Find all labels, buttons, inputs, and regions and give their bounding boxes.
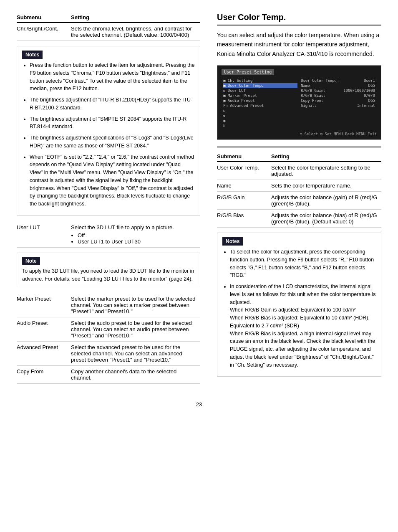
setting-cell: Select the audio preset to be used for t… xyxy=(71,317,200,342)
menu-icon: ▣ xyxy=(223,94,225,98)
table-row: R/G/B Bias Adjusts the color balance (bi… xyxy=(217,210,381,228)
screen-menu-item: ⊞ User LUT xyxy=(223,88,297,93)
menu-icon: ▣ xyxy=(223,99,225,103)
submenu-cell: Chr./Bright./Cont. xyxy=(17,23,71,41)
right-submenu-table: Submenu Setting User Color Temp. Select … xyxy=(217,152,381,228)
menu-icon: ▣ xyxy=(223,79,225,83)
notes-label-1: Notes xyxy=(22,51,43,59)
screen-settings-col: User Color Temp.: User1 Name: D65 R/G/B … xyxy=(299,78,377,129)
right-column: User Color Temp. You can select and adju… xyxy=(217,13,381,389)
screen-menu-item: ▣ Audio Preset xyxy=(223,98,297,103)
screen-row: ▣ Ch. Setting ▣ User Color Temp. ⊞ User … xyxy=(222,78,377,129)
submenu-cell: User Color Temp. xyxy=(217,162,271,180)
left-table-1: Submenu Setting Chr./Bright./Cont. Sets … xyxy=(17,13,200,41)
setting-cell: Select the 3D LUT file to apply to a pic… xyxy=(71,222,200,248)
list-item: The brightness adjustment of "ITU-R BT.2… xyxy=(30,96,195,112)
submenu-cell: Copy From xyxy=(17,366,71,384)
col-header-submenu: Submenu xyxy=(217,152,271,162)
menu-icon: Fn xyxy=(223,104,228,108)
divider xyxy=(217,147,381,147)
screen-menu-item: ℹ xyxy=(223,123,297,128)
list-item: The brightness adjustment of "SMPTE ST 2… xyxy=(30,115,195,131)
notes-label-right: Notes xyxy=(222,237,243,246)
submenu-cell: Audio Preset xyxy=(17,317,71,342)
page-number: 23 xyxy=(17,401,381,408)
col-header-setting: Setting xyxy=(271,152,381,162)
col-header-setting: Setting xyxy=(71,13,200,23)
list-item: When "EOTF" is set to "2.2," "2.4," or "… xyxy=(30,153,195,208)
screen-menu-item: ◉ xyxy=(223,118,297,123)
screen-setting-row: User Color Temp.: User1 xyxy=(301,78,375,83)
screen-menu-item: ⊟ xyxy=(223,108,297,113)
table-row: Copy From Copy another channel's data to… xyxy=(17,366,200,384)
submenu-cell: R/G/B Bias xyxy=(217,210,271,228)
setting-cell: Sets the chroma level, brightness, and c… xyxy=(71,23,200,41)
table-row: Name Sets the color temperature name. xyxy=(217,180,381,192)
setting-cell: Select the advanced preset to be used fo… xyxy=(71,342,200,366)
screen-table: ▣ Ch. Setting ▣ User Color Temp. ⊞ User … xyxy=(222,78,377,129)
screen-title: User Preset Setting xyxy=(222,69,274,75)
menu-icon: ▣ xyxy=(223,84,225,88)
list-item: The brightness-adjustment specifications… xyxy=(30,134,195,150)
menu-icon: ⊞ xyxy=(223,89,225,93)
note-section-1: Note To apply the 3D LUT file, you need … xyxy=(17,253,200,288)
left-table-2: User LUT Select the 3D LUT file to apply… xyxy=(17,222,200,248)
table-row: Marker Preset Select the marker preset t… xyxy=(17,293,200,317)
screen-setting-row: Name: D65 xyxy=(301,83,375,88)
submenu-cell: User LUT xyxy=(17,222,71,248)
screen-setting-row: Copy From: D65 xyxy=(301,98,375,103)
list-item: To select the color for adjustment, pres… xyxy=(230,248,376,279)
list-item: User LUT1 to User LUT30 xyxy=(78,238,197,245)
note-label-1: Note xyxy=(22,257,40,265)
submenu-cell: Advanced Preset xyxy=(17,342,71,366)
list-item: In consideration of the LCD characterist… xyxy=(230,283,376,369)
table-row: Advanced Preset Select the advanced pres… xyxy=(17,342,200,366)
list-item: Off xyxy=(78,232,197,238)
notes-list-right: To select the color for adjustment, pres… xyxy=(222,248,376,369)
setting-cell: Adjusts the color balance (bias) of R (r… xyxy=(271,210,381,228)
setting-cell: Adjusts the color balance (gain) of R (r… xyxy=(271,192,381,210)
table-row: Audio Preset Select the audio preset to … xyxy=(17,317,200,342)
screen-preview: User Preset Setting ▣ Ch. Setting ▣ User… xyxy=(217,65,381,140)
submenu-cell: Name xyxy=(217,180,271,192)
setting-cell: Select the marker preset to be used for … xyxy=(71,293,200,317)
screen-setting-row: R/G/B Gain: 1000/1000/1000 xyxy=(301,88,375,93)
screen-footer: ⊡ Select ⊡ Set MENU Back MENU Exit xyxy=(222,132,377,136)
notes-list-1: Press the function button to select the … xyxy=(22,61,195,208)
page-container: Submenu Setting Chr./Bright./Cont. Sets … xyxy=(17,13,381,389)
screen-setting-row: Signal: Internal xyxy=(301,103,375,108)
note-text-1: To apply the 3D LUT file, you need to lo… xyxy=(22,267,195,283)
screen-menu-item: Fn Advanced Preset xyxy=(223,103,297,108)
setting-cell: Sets the color temperature name. xyxy=(271,180,381,192)
notes-section-right: Notes To select the color for adjustment… xyxy=(217,233,381,377)
setting-cell: Copy another channel's data to the selec… xyxy=(71,366,200,384)
left-column: Submenu Setting Chr./Bright./Cont. Sets … xyxy=(17,13,200,389)
screen-menu-item: ▣ User Color Temp. xyxy=(223,83,297,88)
screen-menu-item: ✿ xyxy=(223,113,297,118)
screen-setting-row: R/G/B Bias: 0/0/0 xyxy=(301,93,375,98)
section-intro: You can select and adjust the color temp… xyxy=(217,30,381,58)
screen-menu-item: ▣ Ch. Setting xyxy=(223,78,297,83)
submenu-cell: Marker Preset xyxy=(17,293,71,317)
screen-menu-col: ▣ Ch. Setting ▣ User Color Temp. ⊞ User … xyxy=(222,78,299,129)
table-row: R/G/B Gain Adjusts the color balance (ga… xyxy=(217,192,381,210)
list-item: Press the function button to select the … xyxy=(30,61,195,93)
section-title: User Color Temp. xyxy=(217,13,381,25)
screen-menu-item: ▣ Marker Preset xyxy=(223,93,297,98)
submenu-cell: R/G/B Gain xyxy=(217,192,271,210)
table-row: Chr./Bright./Cont. Sets the chroma level… xyxy=(17,23,200,41)
left-table-3: Marker Preset Select the marker preset t… xyxy=(17,293,200,384)
notes-section-1: Notes Press the function button to selec… xyxy=(17,46,200,216)
table-row: User LUT Select the 3D LUT file to apply… xyxy=(17,222,200,248)
setting-cell: Select the color temperature setting to … xyxy=(271,162,381,180)
table-row: User Color Temp. Select the color temper… xyxy=(217,162,381,180)
col-header-submenu: Submenu xyxy=(17,13,71,23)
